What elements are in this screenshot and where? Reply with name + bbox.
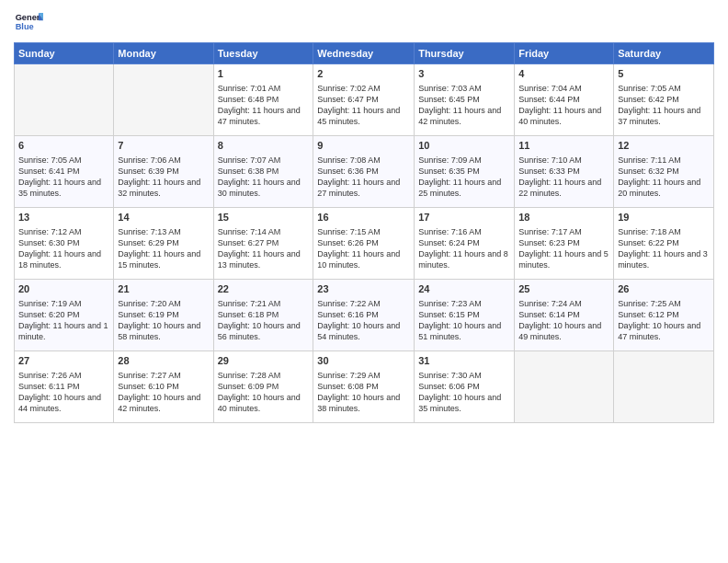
day-number: 15 bbox=[218, 211, 310, 224]
day-number: 25 bbox=[518, 282, 609, 296]
day-number: 5 bbox=[618, 67, 710, 81]
day-info: Sunrise: 7:27 AMSunset: 6:10 PMDaylight:… bbox=[118, 370, 209, 415]
day-number: 23 bbox=[317, 282, 410, 296]
day-number: 20 bbox=[18, 282, 109, 296]
day-info: Sunrise: 7:16 AMSunset: 6:24 PMDaylight:… bbox=[418, 226, 510, 271]
calendar-cell bbox=[114, 64, 213, 136]
calendar-week-3: 13Sunrise: 7:12 AMSunset: 6:30 PMDayligh… bbox=[15, 208, 714, 280]
calendar-cell: 23Sunrise: 7:22 AMSunset: 6:16 PMDayligh… bbox=[313, 280, 415, 351]
generalblue-logo-icon: General Blue bbox=[14, 9, 43, 35]
day-number: 11 bbox=[518, 139, 609, 153]
calendar-week-4: 20Sunrise: 7:19 AMSunset: 6:20 PMDayligh… bbox=[15, 280, 714, 351]
calendar-cell: 5Sunrise: 7:05 AMSunset: 6:42 PMDaylight… bbox=[614, 64, 714, 136]
day-number: 7 bbox=[118, 139, 209, 153]
day-info: Sunrise: 7:01 AMSunset: 6:48 PMDaylight:… bbox=[218, 83, 310, 128]
calendar-cell: 11Sunrise: 7:10 AMSunset: 6:33 PMDayligh… bbox=[515, 136, 614, 208]
day-info: Sunrise: 7:02 AMSunset: 6:47 PMDaylight:… bbox=[317, 83, 410, 128]
calendar-table: SundayMondayTuesdayWednesdayThursdayFrid… bbox=[14, 42, 714, 423]
svg-text:Blue: Blue bbox=[16, 22, 34, 31]
calendar-cell: 9Sunrise: 7:08 AMSunset: 6:36 PMDaylight… bbox=[313, 136, 415, 208]
day-number: 30 bbox=[317, 354, 410, 368]
day-info: Sunrise: 7:23 AMSunset: 6:15 PMDaylight:… bbox=[418, 298, 510, 343]
day-info: Sunrise: 7:21 AMSunset: 6:18 PMDaylight:… bbox=[218, 298, 310, 343]
calendar-header-thursday: Thursday bbox=[415, 43, 515, 64]
day-info: Sunrise: 7:05 AMSunset: 6:41 PMDaylight:… bbox=[18, 155, 109, 200]
calendar-cell bbox=[15, 64, 114, 136]
day-info: Sunrise: 7:29 AMSunset: 6:08 PMDaylight:… bbox=[317, 370, 410, 415]
calendar-cell: 15Sunrise: 7:14 AMSunset: 6:27 PMDayligh… bbox=[213, 208, 313, 280]
calendar-week-1: 1Sunrise: 7:01 AMSunset: 6:48 PMDaylight… bbox=[15, 64, 714, 136]
day-number: 8 bbox=[218, 139, 310, 153]
day-number: 17 bbox=[418, 211, 510, 224]
day-info: Sunrise: 7:26 AMSunset: 6:11 PMDaylight:… bbox=[18, 370, 109, 415]
day-number: 29 bbox=[218, 354, 310, 368]
day-info: Sunrise: 7:25 AMSunset: 6:12 PMDaylight:… bbox=[618, 298, 710, 343]
day-number: 9 bbox=[317, 139, 410, 153]
calendar-cell: 7Sunrise: 7:06 AMSunset: 6:39 PMDaylight… bbox=[114, 136, 213, 208]
calendar-cell: 26Sunrise: 7:25 AMSunset: 6:12 PMDayligh… bbox=[614, 280, 714, 351]
calendar-cell: 21Sunrise: 7:20 AMSunset: 6:19 PMDayligh… bbox=[114, 280, 213, 351]
day-info: Sunrise: 7:05 AMSunset: 6:42 PMDaylight:… bbox=[618, 83, 710, 128]
day-number: 1 bbox=[218, 67, 310, 81]
calendar-header-monday: Monday bbox=[114, 43, 213, 64]
day-number: 14 bbox=[118, 211, 209, 224]
calendar-cell: 30Sunrise: 7:29 AMSunset: 6:08 PMDayligh… bbox=[313, 351, 415, 423]
day-info: Sunrise: 7:17 AMSunset: 6:23 PMDaylight:… bbox=[518, 226, 609, 271]
day-info: Sunrise: 7:14 AMSunset: 6:27 PMDaylight:… bbox=[218, 226, 310, 271]
calendar-cell: 2Sunrise: 7:02 AMSunset: 6:47 PMDaylight… bbox=[313, 64, 415, 136]
calendar-week-2: 6Sunrise: 7:05 AMSunset: 6:41 PMDaylight… bbox=[15, 136, 714, 208]
calendar-header-wednesday: Wednesday bbox=[313, 43, 415, 64]
day-info: Sunrise: 7:24 AMSunset: 6:14 PMDaylight:… bbox=[518, 298, 609, 343]
calendar-cell: 3Sunrise: 7:03 AMSunset: 6:45 PMDaylight… bbox=[415, 64, 515, 136]
day-info: Sunrise: 7:10 AMSunset: 6:33 PMDaylight:… bbox=[518, 155, 609, 200]
day-info: Sunrise: 7:12 AMSunset: 6:30 PMDaylight:… bbox=[18, 226, 109, 271]
calendar-cell: 6Sunrise: 7:05 AMSunset: 6:41 PMDaylight… bbox=[15, 136, 114, 208]
day-info: Sunrise: 7:06 AMSunset: 6:39 PMDaylight:… bbox=[118, 155, 209, 200]
calendar-header-saturday: Saturday bbox=[614, 43, 714, 64]
day-info: Sunrise: 7:04 AMSunset: 6:44 PMDaylight:… bbox=[518, 83, 609, 128]
day-number: 6 bbox=[18, 139, 109, 153]
calendar-cell: 29Sunrise: 7:28 AMSunset: 6:09 PMDayligh… bbox=[213, 351, 313, 423]
day-number: 2 bbox=[317, 67, 410, 81]
day-info: Sunrise: 7:11 AMSunset: 6:32 PMDaylight:… bbox=[618, 155, 710, 200]
day-number: 28 bbox=[118, 354, 209, 368]
calendar-cell: 8Sunrise: 7:07 AMSunset: 6:38 PMDaylight… bbox=[213, 136, 313, 208]
calendar-header-friday: Friday bbox=[515, 43, 614, 64]
day-number: 21 bbox=[118, 282, 209, 296]
day-number: 10 bbox=[418, 139, 510, 153]
page: General Blue SundayMondayTuesdayWednesda… bbox=[0, 0, 728, 563]
day-info: Sunrise: 7:19 AMSunset: 6:20 PMDaylight:… bbox=[18, 298, 109, 343]
calendar-cell: 16Sunrise: 7:15 AMSunset: 6:26 PMDayligh… bbox=[313, 208, 415, 280]
day-info: Sunrise: 7:15 AMSunset: 6:26 PMDaylight:… bbox=[317, 226, 410, 271]
day-info: Sunrise: 7:07 AMSunset: 6:38 PMDaylight:… bbox=[218, 155, 310, 200]
day-info: Sunrise: 7:08 AMSunset: 6:36 PMDaylight:… bbox=[317, 155, 410, 200]
calendar-cell: 1Sunrise: 7:01 AMSunset: 6:48 PMDaylight… bbox=[213, 64, 313, 136]
calendar-cell: 10Sunrise: 7:09 AMSunset: 6:35 PMDayligh… bbox=[415, 136, 515, 208]
calendar-cell: 13Sunrise: 7:12 AMSunset: 6:30 PMDayligh… bbox=[15, 208, 114, 280]
day-number: 27 bbox=[18, 354, 109, 368]
day-number: 16 bbox=[317, 211, 410, 224]
calendar-cell bbox=[515, 351, 614, 423]
calendar-cell: 17Sunrise: 7:16 AMSunset: 6:24 PMDayligh… bbox=[415, 208, 515, 280]
day-number: 19 bbox=[618, 211, 710, 224]
day-number: 12 bbox=[618, 139, 710, 153]
calendar-header-tuesday: Tuesday bbox=[213, 43, 313, 64]
logo: General Blue bbox=[14, 9, 43, 35]
day-number: 22 bbox=[218, 282, 310, 296]
day-info: Sunrise: 7:03 AMSunset: 6:45 PMDaylight:… bbox=[418, 83, 510, 128]
day-number: 26 bbox=[618, 282, 710, 296]
calendar-cell: 20Sunrise: 7:19 AMSunset: 6:20 PMDayligh… bbox=[15, 280, 114, 351]
calendar-cell: 18Sunrise: 7:17 AMSunset: 6:23 PMDayligh… bbox=[515, 208, 614, 280]
day-info: Sunrise: 7:18 AMSunset: 6:22 PMDaylight:… bbox=[618, 226, 710, 271]
day-number: 4 bbox=[518, 67, 609, 81]
calendar-cell: 4Sunrise: 7:04 AMSunset: 6:44 PMDaylight… bbox=[515, 64, 614, 136]
calendar-cell: 22Sunrise: 7:21 AMSunset: 6:18 PMDayligh… bbox=[213, 280, 313, 351]
calendar-cell: 28Sunrise: 7:27 AMSunset: 6:10 PMDayligh… bbox=[114, 351, 213, 423]
day-number: 31 bbox=[418, 354, 510, 368]
calendar-cell: 14Sunrise: 7:13 AMSunset: 6:29 PMDayligh… bbox=[114, 208, 213, 280]
day-info: Sunrise: 7:28 AMSunset: 6:09 PMDaylight:… bbox=[218, 370, 310, 415]
day-number: 24 bbox=[418, 282, 510, 296]
day-number: 13 bbox=[18, 211, 109, 224]
calendar-cell: 12Sunrise: 7:11 AMSunset: 6:32 PMDayligh… bbox=[614, 136, 714, 208]
calendar-cell: 31Sunrise: 7:30 AMSunset: 6:06 PMDayligh… bbox=[415, 351, 515, 423]
